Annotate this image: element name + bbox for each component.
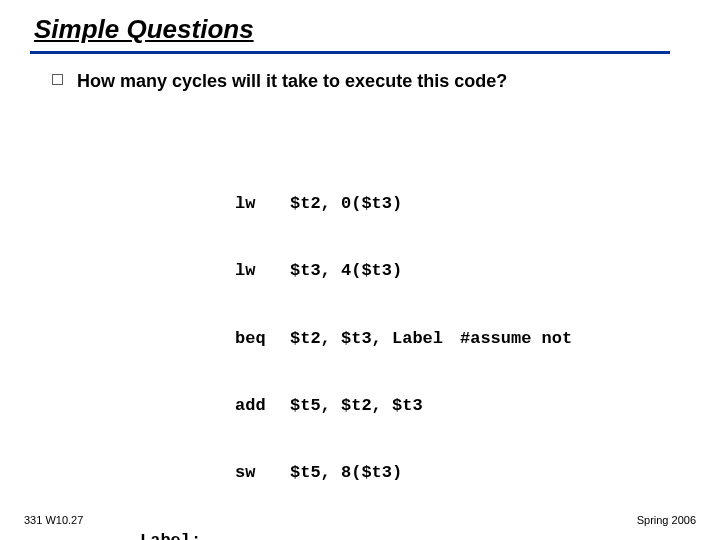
slide-title: Simple Questions [30, 14, 254, 49]
code-line: beq $t2, $t3, Label #assume not [235, 328, 680, 350]
code-line: lw $t3, 4($t3) [235, 260, 680, 282]
footer-left: 331 W10.27 [24, 514, 83, 526]
slide: Simple Questions How many cycles will it… [0, 0, 720, 540]
bullet-square-icon [52, 74, 63, 85]
code-line: sw $t5, 8($t3) [235, 462, 680, 484]
code-line: add $t5, $t2, $t3 [235, 395, 680, 417]
footer: 331 W10.27 Spring 2006 [24, 514, 696, 526]
code-block: lw $t2, 0($t3) lw $t3, 4($t3) beq $t2, $… [140, 103, 680, 540]
bullet-item: How many cycles will it take to execute … [52, 70, 680, 93]
code-line: Label: . . . [235, 530, 680, 540]
code-line: lw $t2, 0($t3) [235, 193, 680, 215]
slide-body: How many cycles will it take to execute … [0, 54, 720, 540]
footer-right: Spring 2006 [637, 514, 696, 526]
bullet-text: How many cycles will it take to execute … [77, 70, 507, 93]
title-block: Simple Questions [0, 0, 720, 54]
